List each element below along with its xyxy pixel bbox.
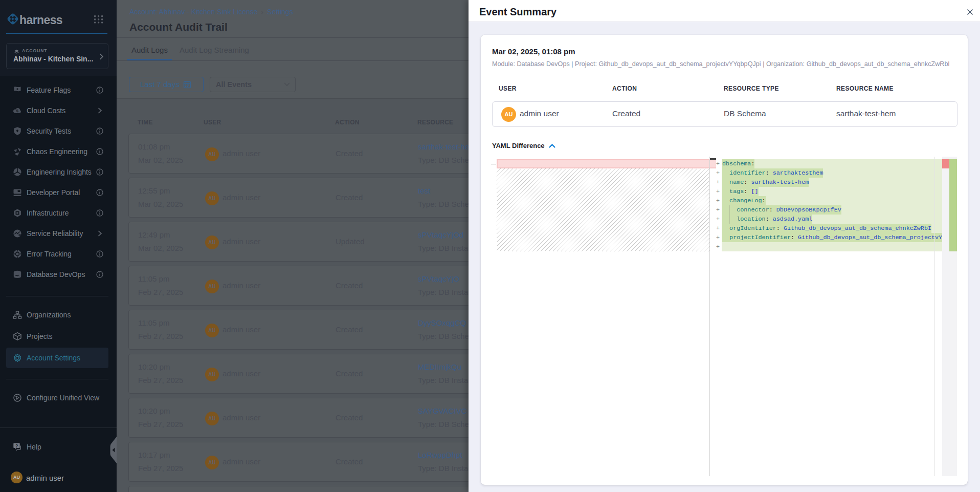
svg-text:?: ? — [15, 443, 18, 448]
svg-text:$: $ — [16, 109, 19, 113]
